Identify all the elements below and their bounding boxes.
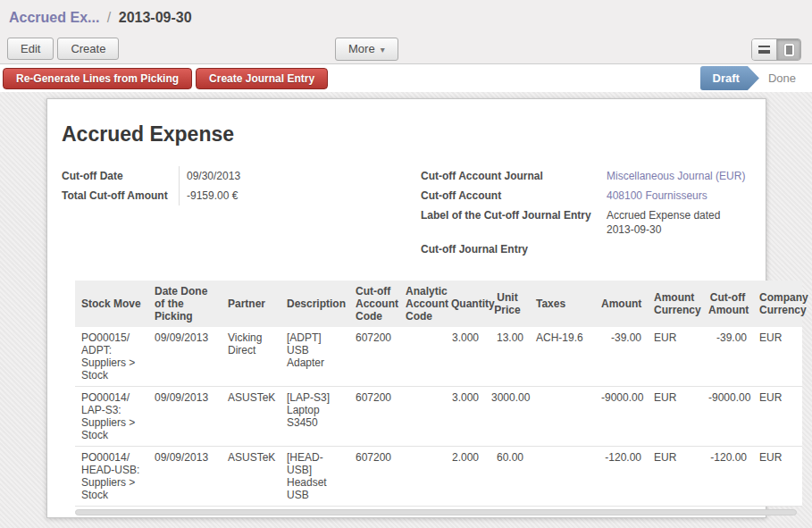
column-header-description: Description (280, 281, 349, 327)
column-header-amount-currency: Amount Currency (648, 281, 702, 327)
field-group-left: Cut-off Date 09/30/2013 Total Cut-off Am… (62, 166, 412, 259)
cell-amount-currency: EUR (648, 327, 702, 387)
field-label-journal-entry-label: Label of the Cut-off Journal Entry (421, 205, 599, 239)
cell-amount-currency: EUR (648, 447, 702, 507)
cell-date-done: 09/09/2013 (148, 327, 222, 387)
field-label-cutoff-account: Cut-off Account (421, 186, 599, 205)
cell-description: [ADPT] USB Adapter (280, 327, 349, 387)
list-view-icon[interactable] (752, 39, 776, 60)
table-horizontal-scrollbar[interactable] (75, 509, 797, 515)
field-label-cutoff-journal-entry: Cut-off Journal Entry (421, 239, 599, 259)
cell-date-done: 09/09/2013 (148, 387, 222, 447)
table-header-row: Stock Move Date Done of the Picking Part… (75, 281, 802, 327)
cell-quantity: 3.000 (445, 387, 485, 447)
cell-stock-move: PO00014/ HEAD-USB: Suppliers > Stock (75, 447, 148, 507)
cell-taxes (530, 387, 595, 447)
cell-amount: -39.00 (595, 327, 648, 387)
column-header-analytic-account-code: Analytic Account Code (399, 281, 445, 327)
cell-amount: -9000.00 (595, 387, 648, 447)
cell-cutoff-amount: -39.00 (702, 327, 753, 387)
breadcrumb-separator: / (104, 10, 114, 25)
field-value-cutoff-account[interactable]: 408100 Fournisseurs (599, 186, 751, 205)
column-header-quantity: Quantity (445, 281, 485, 327)
status-draft: Draft (700, 66, 759, 90)
create-button[interactable]: Create (57, 38, 119, 60)
statusbar: Draft Done (700, 66, 805, 90)
cell-cutoff-account-code: 607200 (349, 447, 399, 507)
column-header-stock-move: Stock Move (75, 281, 148, 327)
status-done: Done (759, 66, 805, 90)
cell-quantity: 2.000 (445, 447, 485, 507)
create-journal-entry-button[interactable]: Create Journal Entry (196, 68, 328, 89)
column-header-taxes: Taxes (530, 281, 595, 327)
cell-quantity: 3.000 (445, 327, 485, 387)
field-groups: Cut-off Date 09/30/2013 Total Cut-off Am… (62, 166, 751, 259)
cell-amount: -120.00 (595, 447, 648, 507)
cell-unit-price: 13.00 (485, 327, 530, 387)
column-header-date-done: Date Done of the Picking (148, 281, 222, 327)
table-row[interactable]: PO00014/ LAP-S3: Suppliers > Stock 09/09… (75, 387, 802, 447)
cell-cutoff-account-code: 607200 (349, 387, 399, 447)
column-header-cutoff-account-code: Cut-off Account Code (349, 281, 399, 327)
column-header-partner: Partner (222, 281, 280, 327)
regenerate-lines-button[interactable]: Re-Generate Lines from Picking (3, 68, 192, 89)
cell-description: [HEAD-USB] Headset USB (280, 447, 349, 507)
field-value-cutoff-account-journal[interactable]: Miscellaneous Journal (EUR) (599, 166, 751, 186)
more-button-label: More (348, 42, 375, 55)
breadcrumb-current: 2013-09-30 (119, 10, 192, 25)
cell-stock-move: PO00014/ LAP-S3: Suppliers > Stock (75, 387, 148, 447)
field-value-cutoff-journal-entry (599, 239, 751, 259)
field-group-right: Cut-off Account Journal Miscellaneous Jo… (421, 166, 751, 259)
cell-taxes (530, 447, 595, 507)
cutoff-lines-table: Stock Move Date Done of the Picking Part… (75, 281, 802, 507)
column-header-cutoff-amount: Cut-off Amount (702, 281, 753, 327)
field-value-journal-entry-label: Accrued Expense dated 2013-09-30 (599, 205, 733, 239)
cell-analytic-account-code (399, 387, 445, 447)
table-row[interactable]: PO00015/ ADPT: Suppliers > Stock 09/09/2… (75, 327, 802, 387)
list-lines-icon (758, 46, 770, 54)
cell-stock-move: PO00015/ ADPT: Suppliers > Stock (75, 327, 148, 387)
cell-date-done: 09/09/2013 (148, 447, 222, 507)
table-row[interactable]: PO00014/ HEAD-USB: Suppliers > Stock 09/… (75, 447, 802, 507)
field-label-total-cutoff-amount: Total Cut-off Amount (62, 186, 179, 205)
column-header-company-currency: Company Currency (753, 281, 802, 327)
cell-cutoff-account-code: 607200 (349, 327, 399, 387)
breadcrumb: Accrued Ex... / 2013-09-30 (0, 0, 812, 36)
cell-partner: ASUSTeK (222, 387, 280, 447)
cell-company-currency: EUR (753, 387, 802, 447)
field-value-total-cutoff-amount: -9159.00 € (179, 186, 412, 205)
cell-company-currency: EUR (753, 327, 802, 387)
edit-button[interactable]: Edit (7, 38, 54, 60)
view-switcher (751, 38, 801, 61)
caret-down-icon: ▾ (375, 45, 385, 54)
cell-partner: ASUSTeK (222, 447, 280, 507)
field-label-cutoff-date: Cut-off Date (62, 166, 179, 186)
cell-company-currency: EUR (753, 447, 802, 507)
breadcrumb-parent-link[interactable]: Accrued Ex... (9, 10, 99, 25)
cell-cutoff-amount: -120.00 (702, 447, 753, 507)
field-label-cutoff-account-journal: Cut-off Account Journal (421, 166, 599, 186)
cutoff-lines-section: Stock Move Date Done of the Picking Part… (75, 281, 802, 515)
cell-unit-price: 60.00 (485, 447, 530, 507)
cell-analytic-account-code (399, 327, 445, 387)
cell-cutoff-amount: -9000.00 (702, 387, 753, 447)
toolbar: Edit Create More▾ (0, 36, 812, 64)
page-title: Accrued Expense (62, 122, 751, 147)
column-header-amount: Amount (595, 281, 648, 327)
form-view-icon[interactable] (776, 39, 800, 60)
cell-amount-currency: EUR (648, 387, 702, 447)
cell-taxes: ACH-19.6 (530, 327, 595, 387)
cell-unit-price: 3000.00 (485, 387, 530, 447)
action-bar: Re-Generate Lines from Picking Create Jo… (0, 64, 812, 92)
form-page-icon (784, 44, 794, 56)
cell-partner: Vicking Direct (222, 327, 280, 387)
field-value-cutoff-date: 09/30/2013 (179, 166, 412, 186)
form-sheet: Accrued Expense Cut-off Date 09/30/2013 … (46, 98, 766, 518)
more-button[interactable]: More▾ (335, 38, 398, 61)
cell-description: [LAP-S3] Laptop S3450 (280, 387, 349, 447)
cell-analytic-account-code (399, 447, 445, 507)
content-area: Accrued Expense Cut-off Date 09/30/2013 … (0, 92, 812, 528)
